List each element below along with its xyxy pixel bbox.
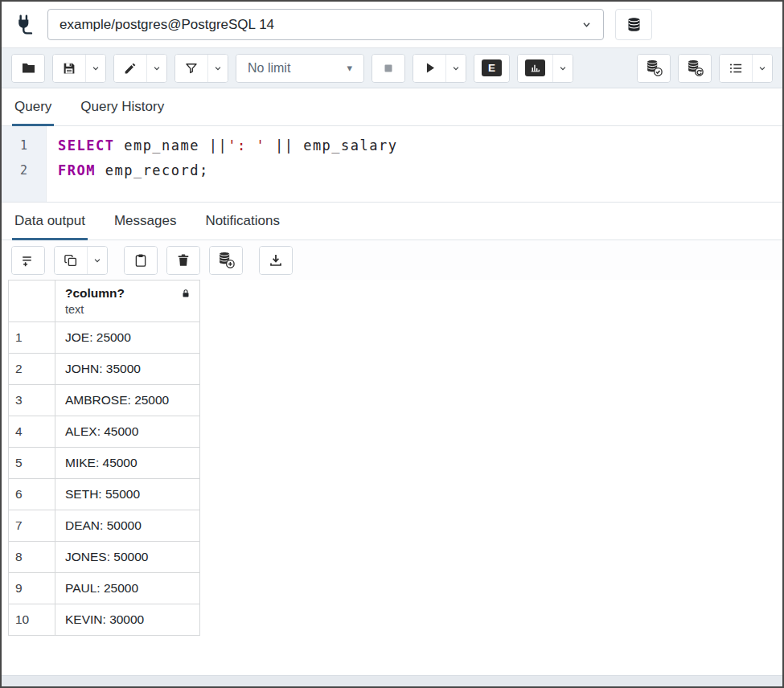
execute-button[interactable] (413, 55, 445, 82)
column-type: text (65, 303, 191, 316)
table-row: 4 ALEX: 45000 (9, 416, 200, 448)
rollback-group (678, 54, 712, 83)
edit-menu-button[interactable] (146, 55, 166, 82)
connection-toolbar: example/postgres@PostgreSQL 14 (2, 2, 782, 48)
rollback-button[interactable] (679, 55, 711, 82)
save-button[interactable] (53, 55, 85, 82)
commit-button[interactable] (638, 55, 670, 82)
data-output-toolbar (2, 240, 782, 280)
tab-data-output[interactable]: Data output (14, 203, 85, 240)
connection-label: example/postgres@PostgreSQL 14 (60, 17, 274, 33)
table-row: 5 MIKE: 45000 (9, 448, 200, 479)
macro-button[interactable] (720, 55, 752, 82)
filter-button[interactable] (175, 55, 207, 82)
sql-code-area[interactable]: SELECT emp_name ||': ' || emp_salary FRO… (47, 126, 782, 202)
row-number-cell[interactable]: 9 (9, 573, 55, 604)
row-limit-value: No limit (248, 61, 290, 76)
sql-text: emp_name || (114, 137, 228, 154)
tab-query[interactable]: Query (14, 88, 51, 125)
row-number-cell[interactable]: 2 (9, 354, 55, 385)
chevron-down-icon (212, 63, 224, 74)
explain-analyze-group (517, 54, 573, 83)
line-number: 2 (2, 158, 46, 183)
chevron-down-icon (450, 63, 462, 74)
row-number-cell[interactable]: 7 (9, 510, 55, 542)
save-menu-button[interactable] (85, 55, 105, 82)
save-data-changes-button[interactable] (210, 247, 242, 274)
connection-selector[interactable]: example/postgres@PostgreSQL 14 (47, 9, 604, 40)
tab-messages-label: Messages (114, 213, 176, 229)
explain-badge-icon: E (482, 59, 502, 76)
row-value-cell[interactable]: JONES: 50000 (55, 542, 200, 573)
column-header[interactable]: ?column? text (55, 281, 200, 322)
data-output-panel: ?column? text 1 JOE: 25000 2 JOHN: 35000… (2, 280, 782, 675)
folder-icon (21, 60, 36, 76)
download-group (259, 246, 293, 275)
row-value-cell[interactable]: SETH: 55000 (55, 479, 200, 510)
row-number-cell[interactable]: 8 (9, 542, 55, 573)
tab-query-history[interactable]: Query History (80, 88, 164, 125)
row-number-cell[interactable]: 3 (9, 385, 55, 416)
row-number-cell[interactable]: 6 (9, 479, 55, 510)
row-value-cell[interactable]: DEAN: 50000 (55, 510, 200, 542)
stop-icon (381, 61, 396, 76)
query-tool-plug-icon (13, 13, 36, 36)
save-icon (62, 61, 76, 76)
table-row: 2 JOHN: 35000 (9, 354, 200, 385)
output-tab-bar: Data output Messages Notifications (2, 203, 782, 240)
explain-analyze-button[interactable] (518, 55, 552, 82)
delete-group (166, 246, 200, 275)
row-number-cell[interactable]: 1 (9, 322, 55, 354)
line-number-gutter: 1 2 (2, 126, 47, 202)
filter-menu-button[interactable] (207, 55, 228, 82)
add-row-button[interactable] (12, 247, 44, 274)
row-number-cell[interactable]: 5 (9, 448, 55, 479)
explain-menu-button[interactable] (552, 55, 573, 82)
sql-text: emp_record; (96, 162, 209, 178)
row-value-cell[interactable]: JOE: 25000 (55, 322, 200, 354)
copy-menu-button[interactable] (87, 247, 107, 274)
delete-row-button[interactable] (167, 247, 199, 274)
table-row: 1 JOE: 25000 (9, 322, 200, 354)
row-value-cell[interactable]: MIKE: 45000 (55, 448, 200, 479)
results-body: 1 JOE: 25000 2 JOHN: 35000 3 AMBROSE: 25… (9, 322, 200, 636)
database-rollback-icon (687, 59, 704, 76)
copy-button[interactable] (55, 247, 87, 274)
list-icon (729, 61, 743, 76)
chevron-down-icon (151, 63, 162, 74)
pencil-icon (123, 61, 138, 76)
pgadmin-query-tool: example/postgres@PostgreSQL 14 (0, 0, 784, 688)
filter-group (174, 54, 228, 83)
chevron-down-icon (92, 255, 103, 266)
tab-messages[interactable]: Messages (114, 203, 176, 240)
table-row: 9 PAUL: 25000 (9, 573, 200, 604)
paste-button[interactable] (125, 247, 157, 274)
row-limit-select[interactable]: No limit ▾ (236, 55, 363, 82)
row-value-cell[interactable]: KEVIN: 30000 (55, 604, 200, 636)
edit-button[interactable] (114, 55, 146, 82)
download-button[interactable] (260, 247, 292, 274)
tab-notifications[interactable]: Notifications (205, 203, 280, 240)
macro-group (719, 54, 773, 83)
caret-down-icon: ▾ (347, 62, 352, 74)
row-value-cell[interactable]: PAUL: 25000 (55, 573, 200, 604)
paste-group (124, 246, 158, 275)
row-value-cell[interactable]: ALEX: 45000 (55, 416, 200, 448)
code-line: FROM emp_record; (58, 158, 782, 183)
open-file-button[interactable] (12, 55, 44, 82)
row-number-cell[interactable]: 4 (9, 416, 55, 448)
macro-menu-button[interactable] (752, 55, 772, 82)
execute-group (413, 54, 466, 83)
add-row-group (11, 246, 45, 275)
grid-corner-cell[interactable] (9, 281, 55, 322)
row-number-cell[interactable]: 10 (9, 604, 55, 636)
execute-menu-button[interactable] (445, 55, 466, 82)
row-value-cell[interactable]: AMBROSE: 25000 (55, 385, 200, 416)
new-connection-button[interactable] (615, 9, 652, 40)
cancel-query-button[interactable] (372, 55, 404, 82)
explain-button[interactable]: E (474, 55, 509, 82)
bottom-scroll-strip[interactable] (2, 675, 782, 686)
results-grid: ?column? text 1 JOE: 25000 2 JOHN: 35000… (8, 280, 200, 636)
commit-group (637, 54, 671, 83)
row-value-cell[interactable]: JOHN: 35000 (55, 354, 200, 385)
